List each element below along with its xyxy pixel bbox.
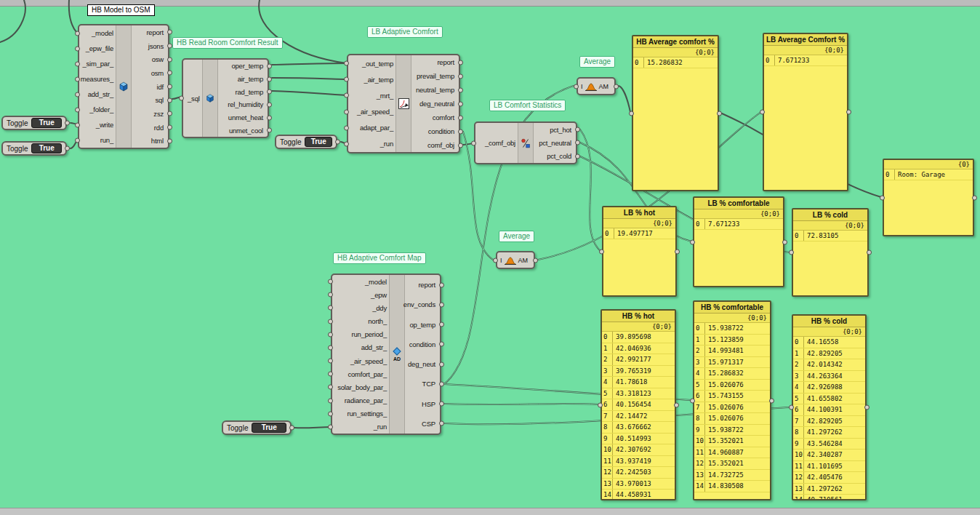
input-port[interactable] <box>75 137 80 143</box>
input-port[interactable] <box>471 140 476 145</box>
output-port[interactable] <box>267 102 272 107</box>
output-port[interactable] <box>167 57 172 62</box>
toggle-output-port[interactable] <box>65 121 70 126</box>
output-port[interactable] <box>267 89 272 95</box>
output-port[interactable] <box>267 63 272 68</box>
panel-hb-percent-comfortable[interactable]: HB % comfortable {0;0} 015.938722 115.12… <box>693 300 771 500</box>
toggle-value[interactable]: True <box>305 137 332 147</box>
panel-output-port[interactable] <box>717 111 722 116</box>
output-port[interactable] <box>439 302 444 307</box>
panel-hb-percent-cold[interactable]: HB % cold {0;0} 044.16558 142.829205 242… <box>792 314 867 500</box>
component-hb-adaptive-comfort-map[interactable]: _model _epw _ddy north_ run_period_ add_… <box>331 274 441 435</box>
output-port[interactable] <box>458 87 463 92</box>
input-port[interactable] <box>574 84 579 89</box>
panel-output-port[interactable] <box>674 402 679 407</box>
output-port[interactable] <box>439 362 444 367</box>
panel-lb-percent-hot[interactable]: LB % hot {0;0} 019.497717 <box>602 206 677 297</box>
input-port[interactable] <box>328 332 333 337</box>
output-port[interactable] <box>575 153 580 159</box>
panel-hb-average-comfort[interactable]: HB Average comfort % {0;0} 015.286832 <box>632 35 719 191</box>
input-port[interactable] <box>328 372 333 377</box>
panel-input-port[interactable] <box>880 195 885 200</box>
toggle-output-port[interactable] <box>289 426 294 431</box>
panel-input-port[interactable] <box>789 250 794 255</box>
output-port[interactable] <box>458 60 463 65</box>
output-port[interactable] <box>167 111 172 116</box>
output-port[interactable] <box>167 97 172 103</box>
input-port[interactable] <box>344 141 349 146</box>
panel-input-port[interactable] <box>690 239 695 244</box>
output-port[interactable] <box>167 30 172 35</box>
input-port[interactable] <box>328 306 333 311</box>
output-port[interactable] <box>458 143 463 148</box>
output-port[interactable] <box>439 322 444 327</box>
output-port[interactable] <box>458 115 463 120</box>
output-port[interactable] <box>267 115 272 120</box>
toggle-value[interactable]: True <box>31 143 62 153</box>
component-lb-comfort-statistics[interactable]: _comf_obj pct_hot pct_neutral pct_cold <box>474 121 577 164</box>
toggle-output-port[interactable] <box>335 140 340 145</box>
panel-input-port[interactable] <box>599 249 604 254</box>
toggle-value[interactable]: True <box>252 423 286 433</box>
boolean-toggle-run-adaptive[interactable]: Toggle True <box>275 135 337 149</box>
input-port[interactable] <box>344 125 349 130</box>
toggle-value[interactable]: True <box>31 118 62 128</box>
panel-input-port[interactable] <box>598 402 603 407</box>
component-hb-read-room-comfort-result[interactable]: _sql oper_temp air_temp rad_temp rel_hum… <box>182 58 269 138</box>
component-average-2[interactable]: I AM <box>496 251 535 269</box>
input-port[interactable] <box>328 345 333 350</box>
output-port[interactable] <box>167 125 172 130</box>
input-port[interactable] <box>75 107 80 112</box>
input-port[interactable] <box>328 292 333 298</box>
panel-output-port[interactable] <box>846 110 851 115</box>
panel-input-port[interactable] <box>760 110 765 115</box>
input-port[interactable] <box>75 31 80 36</box>
panel-room-name[interactable]: {0} 0Room: Garage <box>883 159 974 236</box>
output-port[interactable] <box>167 84 172 89</box>
output-port[interactable] <box>167 138 172 143</box>
input-port[interactable] <box>344 61 349 66</box>
input-port[interactable] <box>493 258 498 263</box>
output-port[interactable] <box>167 44 172 49</box>
input-port[interactable] <box>344 93 349 98</box>
panel-lb-percent-comfortable[interactable]: LB % comfortable {0;0} 07.671233 <box>693 196 784 287</box>
output-port[interactable] <box>458 73 463 79</box>
boolean-toggle-write[interactable]: Toggle True <box>1 116 67 130</box>
boolean-toggle-run-osm[interactable]: Toggle True <box>1 141 67 156</box>
output-port[interactable] <box>575 140 580 145</box>
input-port[interactable] <box>75 61 80 66</box>
component-lb-adaptive-comfort[interactable]: _out_temp _air_temp _mrt_ _air_speed_ ad… <box>347 54 460 153</box>
input-port[interactable] <box>328 279 333 284</box>
input-port[interactable] <box>75 46 80 51</box>
component-average-1[interactable]: I AM <box>577 77 616 95</box>
panel-hb-percent-hot[interactable]: HB % hot {0;0} 039.895698 142.046936 242… <box>601 309 676 500</box>
input-port[interactable] <box>75 122 80 127</box>
panel-output-port[interactable] <box>782 239 787 244</box>
panel-lb-percent-cold[interactable]: LB % cold {0;0} 072.83105 <box>792 208 869 297</box>
input-port[interactable] <box>328 398 333 403</box>
output-port[interactable] <box>267 76 272 81</box>
output-port[interactable] <box>439 381 444 386</box>
input-port[interactable] <box>328 359 333 364</box>
output-port[interactable] <box>458 101 463 106</box>
grasshopper-canvas[interactable]: HB Model to OSM HB Read Room Comfort Res… <box>0 0 980 515</box>
output-port[interactable] <box>267 128 272 133</box>
panel-output-port[interactable] <box>769 398 774 403</box>
output-port[interactable] <box>439 402 444 407</box>
panel-output-port[interactable] <box>972 195 977 200</box>
input-port[interactable] <box>344 77 349 82</box>
input-port[interactable] <box>75 92 80 97</box>
output-port[interactable] <box>439 421 444 426</box>
output-port[interactable] <box>575 127 580 132</box>
panel-input-port[interactable] <box>789 405 794 410</box>
output-port[interactable] <box>439 342 444 347</box>
input-port[interactable] <box>328 424 333 429</box>
panel-input-port[interactable] <box>690 398 695 403</box>
input-port[interactable] <box>75 76 80 81</box>
input-port[interactable] <box>179 96 184 101</box>
panel-input-port[interactable] <box>629 111 634 116</box>
output-port[interactable] <box>458 129 463 134</box>
input-port[interactable] <box>328 385 333 390</box>
input-port[interactable] <box>328 319 333 324</box>
panel-output-port[interactable] <box>675 249 680 254</box>
